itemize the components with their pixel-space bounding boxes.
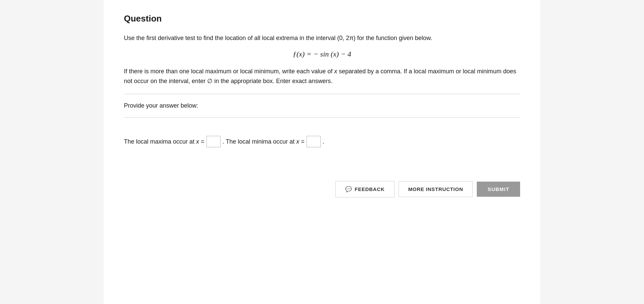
maxima-input[interactable] [206,136,221,147]
submit-label: SUBMIT [488,186,509,192]
divider-bottom [124,117,520,118]
minima-input[interactable] [307,136,321,147]
answer-section: The local maxima occur at x = . The loca… [124,126,520,167]
answer-row: The local maxima occur at x = . The loca… [124,136,520,147]
page-container: Question Use the first derivative test t… [104,0,540,304]
divider-top [124,94,520,94]
submit-button[interactable]: SUBMIT [477,182,520,197]
question-title: Question [124,13,520,24]
button-row: 💬 FEEDBACK MORE INSTRUCTION SUBMIT [124,181,520,197]
minima-suffix-text: . [323,138,324,145]
formula-text: ƒ(x) = − sin (x) − 4 [293,50,351,58]
maxima-suffix-text: . The local minima occur at x = [223,138,305,145]
provide-answer-label: Provide your answer below: [124,102,520,109]
instructions-text: If there is more than one local maximum … [124,67,520,86]
feedback-button[interactable]: 💬 FEEDBACK [335,181,395,197]
more-instruction-label: MORE INSTRUCTION [408,186,463,192]
more-instruction-button[interactable]: MORE INSTRUCTION [399,181,473,197]
formula-display: ƒ(x) = − sin (x) − 4 [124,50,520,59]
feedback-label: FEEDBACK [355,186,384,192]
question-intro: Use the first derivative test to find th… [124,33,520,43]
maxima-prefix-text: The local maxima occur at x = [124,138,204,145]
feedback-icon: 💬 [345,186,352,192]
